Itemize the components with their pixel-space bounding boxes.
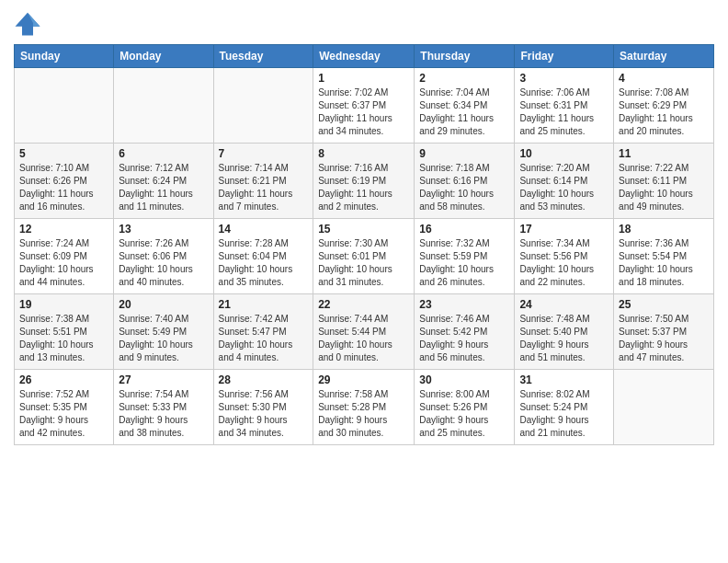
calendar-cell: 3Sunrise: 7:06 AM Sunset: 6:31 PM Daylig…: [515, 68, 614, 144]
calendar-cell: 26Sunrise: 7:52 AM Sunset: 5:35 PM Dayli…: [15, 370, 114, 445]
calendar-cell: 25Sunrise: 7:50 AM Sunset: 5:37 PM Dayli…: [614, 294, 714, 370]
calendar-cell: 29Sunrise: 7:58 AM Sunset: 5:28 PM Dayli…: [313, 370, 415, 445]
calendar-cell: [15, 68, 114, 144]
day-number: 14: [219, 223, 309, 236]
calendar-cell: 27Sunrise: 7:54 AM Sunset: 5:33 PM Dayli…: [114, 370, 213, 445]
calendar-cell: 14Sunrise: 7:28 AM Sunset: 6:04 PM Dayli…: [213, 219, 313, 294]
calendar-cell: 2Sunrise: 7:04 AM Sunset: 6:34 PM Daylig…: [415, 68, 515, 144]
day-info: Sunrise: 7:20 AM Sunset: 6:14 PM Dayligh…: [519, 162, 609, 213]
day-number: 12: [19, 223, 108, 236]
day-number: 11: [619, 147, 709, 160]
day-info: Sunrise: 7:52 AM Sunset: 5:35 PM Dayligh…: [19, 388, 108, 440]
day-number: 27: [119, 373, 208, 386]
day-number: 4: [619, 72, 709, 85]
calendar-cell: 31Sunrise: 8:02 AM Sunset: 5:24 PM Dayli…: [515, 370, 614, 445]
calendar-cell: 20Sunrise: 7:40 AM Sunset: 5:49 PM Dayli…: [114, 294, 213, 370]
calendar-cell: 13Sunrise: 7:26 AM Sunset: 6:06 PM Dayli…: [114, 219, 213, 294]
calendar-cell: 22Sunrise: 7:44 AM Sunset: 5:44 PM Dayli…: [313, 294, 415, 370]
day-info: Sunrise: 7:16 AM Sunset: 6:19 PM Dayligh…: [318, 162, 409, 213]
calendar-week-4: 19Sunrise: 7:38 AM Sunset: 5:51 PM Dayli…: [15, 294, 714, 370]
weekday-header-saturday: Saturday: [614, 45, 714, 68]
day-info: Sunrise: 7:06 AM Sunset: 6:31 PM Dayligh…: [519, 86, 609, 138]
calendar-header: SundayMondayTuesdayWednesdayThursdayFrid…: [15, 45, 714, 68]
day-info: Sunrise: 7:08 AM Sunset: 6:29 PM Dayligh…: [619, 86, 709, 138]
weekday-header-thursday: Thursday: [415, 45, 515, 68]
weekday-header-friday: Friday: [515, 45, 614, 68]
day-number: 1: [318, 72, 409, 85]
day-number: 28: [219, 373, 309, 386]
day-info: Sunrise: 7:14 AM Sunset: 6:21 PM Dayligh…: [219, 162, 309, 213]
weekday-header-tuesday: Tuesday: [213, 45, 313, 68]
weekday-header-monday: Monday: [114, 45, 213, 68]
calendar-cell: 5Sunrise: 7:10 AM Sunset: 6:26 PM Daylig…: [15, 144, 114, 219]
day-info: Sunrise: 7:02 AM Sunset: 6:37 PM Dayligh…: [318, 86, 409, 138]
calendar-cell: 17Sunrise: 7:34 AM Sunset: 5:56 PM Dayli…: [515, 219, 614, 294]
day-info: Sunrise: 7:56 AM Sunset: 5:30 PM Dayligh…: [219, 388, 309, 440]
day-number: 5: [19, 147, 108, 160]
day-number: 18: [619, 223, 709, 236]
day-info: Sunrise: 8:02 AM Sunset: 5:24 PM Dayligh…: [519, 388, 609, 440]
day-number: 9: [419, 147, 509, 160]
day-number: 29: [318, 373, 409, 386]
day-number: 20: [119, 298, 208, 311]
calendar-cell: 19Sunrise: 7:38 AM Sunset: 5:51 PM Dayli…: [15, 294, 114, 370]
day-number: 15: [318, 223, 409, 236]
day-info: Sunrise: 7:48 AM Sunset: 5:40 PM Dayligh…: [519, 313, 609, 364]
calendar-body: 1Sunrise: 7:02 AM Sunset: 6:37 PM Daylig…: [15, 68, 714, 445]
weekday-header-wednesday: Wednesday: [313, 45, 415, 68]
calendar-table: SundayMondayTuesdayWednesdayThursdayFrid…: [14, 44, 714, 445]
day-number: 30: [419, 373, 509, 386]
day-number: 23: [419, 298, 509, 311]
calendar-cell: [213, 68, 313, 144]
day-info: Sunrise: 7:34 AM Sunset: 5:56 PM Dayligh…: [519, 237, 609, 289]
day-info: Sunrise: 7:46 AM Sunset: 5:42 PM Dayligh…: [419, 313, 509, 364]
day-number: 25: [619, 298, 709, 311]
calendar-cell: 15Sunrise: 7:30 AM Sunset: 6:01 PM Dayli…: [313, 219, 415, 294]
day-info: Sunrise: 7:42 AM Sunset: 5:47 PM Dayligh…: [219, 313, 309, 364]
day-number: 21: [219, 298, 309, 311]
calendar-cell: 4Sunrise: 7:08 AM Sunset: 6:29 PM Daylig…: [614, 68, 714, 144]
day-info: Sunrise: 7:18 AM Sunset: 6:16 PM Dayligh…: [419, 162, 509, 213]
calendar-week-5: 26Sunrise: 7:52 AM Sunset: 5:35 PM Dayli…: [15, 370, 714, 445]
day-number: 17: [519, 223, 609, 236]
calendar-cell: 11Sunrise: 7:22 AM Sunset: 6:11 PM Dayli…: [614, 144, 714, 219]
day-number: 22: [318, 298, 409, 311]
calendar-week-1: 1Sunrise: 7:02 AM Sunset: 6:37 PM Daylig…: [15, 68, 714, 144]
calendar-week-2: 5Sunrise: 7:10 AM Sunset: 6:26 PM Daylig…: [15, 144, 714, 219]
calendar-cell: 30Sunrise: 8:00 AM Sunset: 5:26 PM Dayli…: [415, 370, 515, 445]
day-info: Sunrise: 7:36 AM Sunset: 5:54 PM Dayligh…: [619, 237, 709, 289]
day-info: Sunrise: 7:04 AM Sunset: 6:34 PM Dayligh…: [419, 86, 509, 138]
calendar-cell: 16Sunrise: 7:32 AM Sunset: 5:59 PM Dayli…: [415, 219, 515, 294]
day-info: Sunrise: 7:12 AM Sunset: 6:24 PM Dayligh…: [119, 162, 208, 213]
day-number: 3: [519, 72, 609, 85]
day-number: 2: [419, 72, 509, 85]
day-number: 16: [419, 223, 509, 236]
day-info: Sunrise: 7:54 AM Sunset: 5:33 PM Dayligh…: [119, 388, 208, 440]
day-number: 31: [519, 373, 609, 386]
calendar-cell: [614, 370, 714, 445]
weekday-header-sunday: Sunday: [15, 45, 114, 68]
weekday-header-row: SundayMondayTuesdayWednesdayThursdayFrid…: [15, 45, 714, 68]
day-number: 24: [519, 298, 609, 311]
day-info: Sunrise: 7:10 AM Sunset: 6:26 PM Dayligh…: [19, 162, 108, 213]
calendar-cell: 21Sunrise: 7:42 AM Sunset: 5:47 PM Dayli…: [213, 294, 313, 370]
logo: [14, 9, 45, 37]
logo-icon: [14, 9, 41, 37]
day-info: Sunrise: 7:44 AM Sunset: 5:44 PM Dayligh…: [318, 313, 409, 364]
day-info: Sunrise: 7:38 AM Sunset: 5:51 PM Dayligh…: [19, 313, 108, 364]
day-number: 26: [19, 373, 108, 386]
day-info: Sunrise: 7:32 AM Sunset: 5:59 PM Dayligh…: [419, 237, 509, 289]
day-number: 8: [318, 147, 409, 160]
day-number: 10: [519, 147, 609, 160]
calendar-cell: 6Sunrise: 7:12 AM Sunset: 6:24 PM Daylig…: [114, 144, 213, 219]
page-container: SundayMondayTuesdayWednesdayThursdayFrid…: [0, 0, 728, 454]
day-info: Sunrise: 7:30 AM Sunset: 6:01 PM Dayligh…: [318, 237, 409, 289]
calendar-cell: 8Sunrise: 7:16 AM Sunset: 6:19 PM Daylig…: [313, 144, 415, 219]
calendar-cell: 28Sunrise: 7:56 AM Sunset: 5:30 PM Dayli…: [213, 370, 313, 445]
calendar-cell: 23Sunrise: 7:46 AM Sunset: 5:42 PM Dayli…: [415, 294, 515, 370]
calendar-cell: [114, 68, 213, 144]
calendar-cell: 10Sunrise: 7:20 AM Sunset: 6:14 PM Dayli…: [515, 144, 614, 219]
day-info: Sunrise: 7:26 AM Sunset: 6:06 PM Dayligh…: [119, 237, 208, 289]
calendar-cell: 24Sunrise: 7:48 AM Sunset: 5:40 PM Dayli…: [515, 294, 614, 370]
calendar-cell: 1Sunrise: 7:02 AM Sunset: 6:37 PM Daylig…: [313, 68, 415, 144]
